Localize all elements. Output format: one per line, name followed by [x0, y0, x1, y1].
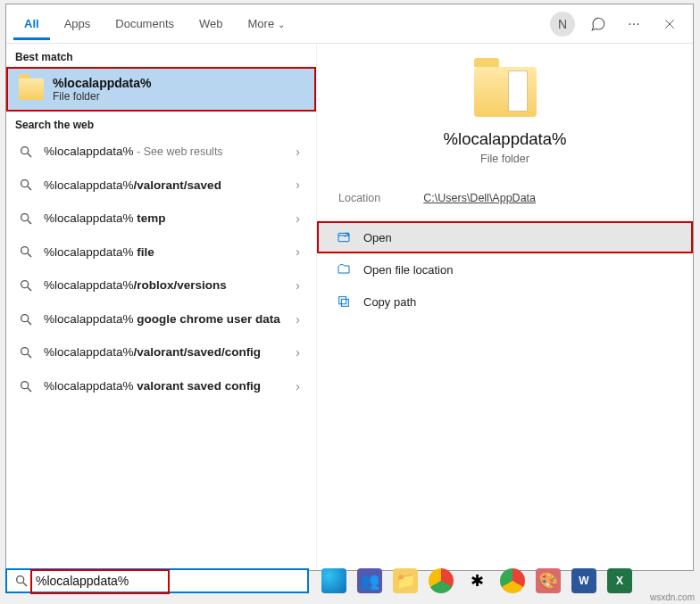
watermark: wsxdn.com [650, 592, 695, 602]
preview-title: %localappdata% [335, 129, 675, 149]
action-label: Copy path [363, 295, 416, 309]
chevron-down-icon: ⌄ [278, 20, 285, 29]
search-icon [19, 312, 33, 327]
app-icon[interactable]: 🎨 [536, 568, 561, 593]
open-icon [337, 230, 351, 244]
web-result-item[interactable]: %localappdata% valorant saved config › [6, 369, 316, 403]
action-open[interactable]: Open [317, 221, 693, 253]
svg-point-8 [21, 247, 29, 254]
svg-line-5 [28, 186, 31, 190]
chrome-canary-icon[interactable] [500, 568, 525, 593]
web-results-list: %localappdata% - See web results › %loca… [6, 135, 316, 570]
search-icon [19, 278, 33, 293]
search-icon [19, 211, 33, 226]
web-result-text: %localappdata% temp [44, 211, 281, 227]
web-result-item[interactable]: %localappdata%/valorant/saved/config › [6, 335, 316, 369]
chevron-right-icon[interactable]: › [292, 345, 304, 360]
svg-point-14 [21, 348, 29, 355]
preview-subtitle: File folder [335, 153, 675, 165]
tab-more[interactable]: More⌄ [238, 8, 296, 40]
tab-all[interactable]: All [13, 8, 50, 40]
search-input[interactable] [36, 574, 300, 588]
location-label: Location [338, 192, 380, 204]
search-icon [19, 178, 33, 192]
search-icon [19, 345, 33, 360]
chevron-right-icon[interactable]: › [292, 379, 304, 393]
best-match-subtitle: File folder [53, 90, 151, 103]
web-result-item[interactable]: %localappdata% - See web results › [6, 135, 316, 169]
best-match-heading: Best match [6, 44, 316, 67]
action-open-location[interactable]: Open file location [317, 253, 693, 285]
svg-line-11 [28, 287, 31, 291]
teams-icon[interactable]: 👥 [357, 568, 382, 593]
tab-documents[interactable]: Documents [104, 8, 185, 40]
web-result-item[interactable]: %localappdata%/roblox/versions › [6, 269, 316, 302]
chevron-right-icon[interactable]: › [292, 278, 304, 293]
action-copy-path[interactable]: Copy path [317, 285, 693, 318]
web-result-text: %localappdata%/valorant/saved [44, 178, 281, 194]
web-result-text: %localappdata% file [44, 244, 281, 261]
folder-icon [474, 67, 537, 117]
best-match-title: %localappdata% [53, 76, 151, 90]
svg-point-12 [21, 314, 29, 321]
tab-apps[interactable]: Apps [54, 8, 102, 40]
action-label: Open [363, 231, 392, 244]
results-pane: Best match %localappdata% File folder Se… [6, 44, 317, 570]
svg-point-16 [21, 381, 29, 388]
web-result-item[interactable]: %localappdata% temp › [6, 202, 316, 236]
tab-bar: All Apps Documents Web More⌄ N ··· [6, 4, 693, 44]
svg-rect-20 [339, 297, 346, 304]
search-icon [19, 244, 33, 259]
web-result-item[interactable]: %localappdata% file › [6, 236, 316, 269]
search-panel: All Apps Documents Web More⌄ N ··· Best … [5, 4, 694, 571]
preview-meta: Location C:\Users\Dell\AppData [317, 181, 693, 221]
user-avatar[interactable]: N [546, 8, 579, 40]
tab-web[interactable]: Web [188, 8, 234, 40]
web-result-text: %localappdata% valorant saved config [44, 378, 281, 394]
svg-line-17 [28, 388, 31, 392]
chevron-right-icon[interactable]: › [292, 312, 304, 327]
best-match-item[interactable]: %localappdata% File folder [6, 67, 316, 112]
svg-point-4 [21, 180, 29, 187]
search-icon [19, 145, 33, 159]
svg-point-6 [21, 214, 29, 221]
svg-rect-19 [341, 299, 348, 306]
svg-point-21 [17, 576, 24, 583]
preview-pane: %localappdata% File folder Location C:\U… [317, 44, 693, 570]
svg-line-7 [28, 220, 31, 224]
web-result-text: %localappdata% - See web results [44, 144, 281, 160]
word-icon[interactable]: W [571, 568, 596, 593]
web-result-text: %localappdata%/valorant/saved/config [44, 344, 281, 360]
copy-icon [337, 294, 351, 309]
folder-open-icon [337, 262, 351, 277]
explorer-icon[interactable]: 📁 [393, 568, 418, 593]
folder-icon [19, 79, 44, 100]
svg-line-13 [28, 321, 31, 325]
action-label: Open file location [363, 263, 453, 277]
svg-line-22 [23, 583, 27, 586]
svg-point-2 [21, 146, 29, 153]
chevron-right-icon[interactable]: › [292, 244, 304, 259]
web-result-text: %localappdata% google chrome user data [44, 311, 281, 327]
chevron-right-icon[interactable]: › [292, 178, 304, 192]
svg-line-15 [28, 354, 31, 358]
search-icon [14, 574, 29, 588]
chevron-right-icon[interactable]: › [292, 211, 304, 226]
more-icon[interactable]: ··· [618, 8, 650, 40]
svg-line-9 [28, 253, 31, 257]
web-result-item[interactable]: %localappdata% google chrome user data › [6, 302, 316, 336]
svg-point-10 [21, 281, 29, 288]
web-result-item[interactable]: %localappdata%/valorant/saved › [6, 169, 316, 203]
slack-icon[interactable]: ✱ [464, 568, 489, 593]
chrome-icon[interactable] [429, 568, 454, 593]
feedback-icon[interactable] [582, 8, 614, 40]
search-icon [19, 379, 33, 393]
chevron-right-icon[interactable]: › [292, 145, 304, 159]
search-box[interactable] [5, 568, 309, 593]
svg-line-3 [28, 153, 31, 157]
excel-icon[interactable]: X [607, 568, 632, 593]
location-link[interactable]: C:\Users\Dell\AppData [423, 192, 536, 204]
edge-icon[interactable] [321, 568, 346, 593]
taskbar: 👥 📁 ✱ 🎨 W X [312, 563, 695, 599]
close-icon[interactable] [654, 8, 686, 40]
